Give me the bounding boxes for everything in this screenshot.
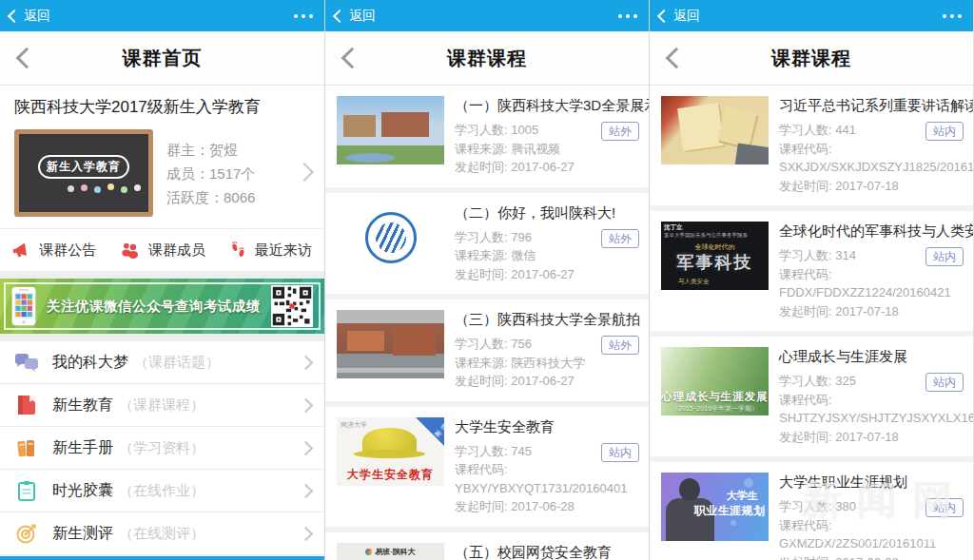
course-title: （二）你好，我叫陕科大! — [455, 204, 639, 222]
course-title: 习近平总书记系列重要讲话解读 — [779, 97, 964, 115]
back-label: 返回 — [24, 8, 50, 25]
group-activity-line: 活跃度：8066 — [166, 185, 255, 209]
status-bar: 返回 — [325, 0, 649, 31]
menu-item-topics[interactable]: 我的科大梦 （课群话题） — [0, 341, 324, 384]
group-menu: 我的科大梦 （课群话题） 新生教育 （课群课程） 新生手册 （学习资料） 时光胶… — [0, 341, 324, 560]
menu-item-homework[interactable]: 时光胶囊 （在线作业） — [0, 470, 324, 512]
recent-visitors-button[interactable]: 最近来访 — [216, 229, 324, 271]
menu-item-sublabel: （课群课程） — [119, 396, 205, 415]
course-meta-line: SHJTZYJSXY/SHJTZYJSXYXLX1606/2 — [779, 409, 964, 428]
course-title: 大学生安全教育 — [455, 418, 639, 436]
course-title: 心理成长与生涯发展 — [779, 348, 964, 366]
group-actions: 课群公告 课群成员 最近来访 — [0, 229, 324, 271]
page-title: 课群课程 — [447, 46, 527, 71]
title-bar: 课群首页 — [0, 31, 324, 86]
nav-back-icon[interactable] — [16, 48, 38, 69]
clipboard-icon — [14, 479, 39, 502]
group-members-line: 成员：1517个 — [166, 162, 255, 185]
bottom-blue-strip — [0, 556, 324, 560]
course-row[interactable]: （三）陕西科技大学全景航拍 学习人数: 756 课程来源: 陕西科技大学 发起时… — [325, 299, 649, 401]
back-button[interactable]: 返回 — [335, 8, 376, 25]
group-card[interactable]: 新生入学教育 群主：贺煜 成员：1517个 活跃度：8066 — [0, 124, 324, 228]
course-title: 全球化时代的军事科技与人类安全 — [779, 222, 964, 241]
menu-item-label: 新生教育 — [52, 396, 113, 415]
course-thumbnail: 心理成长与生涯发展 （2015~2016学年第一学期） — [661, 347, 769, 415]
course-row[interactable]: 习近平总书记系列重要讲话解读 学习人数: 441 课程代码: SXKJDX/SX… — [650, 86, 973, 205]
course-badge: 站内 — [601, 443, 639, 462]
course-title: （五）校园网贷安全教育 — [455, 544, 639, 560]
wechat-promo-banner[interactable]: 关注优课微信公众号查询考试成绩 — [0, 279, 324, 334]
back-chevron-icon — [657, 9, 671, 22]
back-label: 返回 — [349, 8, 376, 25]
course-meta-line: 课程代码: — [455, 460, 639, 479]
nav-back-icon[interactable] — [666, 48, 688, 69]
menu-item-label: 我的科大梦 — [52, 353, 128, 373]
target-dart-icon — [14, 522, 39, 545]
course-thumbnail: 沈丁立 复旦大学国际关系与公共事务学院系 全球化时代的 军事科技 与人类安全 — [661, 222, 769, 290]
chevron-right-icon — [295, 163, 314, 182]
course-thumbnail: 同济大学 独家 大学生安全教育 — [337, 417, 444, 486]
nav-back-icon[interactable] — [341, 48, 363, 69]
board-doodles — [81, 184, 88, 191]
back-button[interactable]: 返回 — [659, 8, 700, 25]
members-button[interactable]: 课群成员 — [108, 229, 217, 271]
page-title: 课群首页 — [123, 46, 203, 71]
course-meta-line: 发起时间: 2017-06-27 — [455, 372, 639, 391]
course-thumbnail — [337, 310, 444, 378]
course-meta-line: 发起时间: 2017-07-18 — [779, 302, 964, 321]
back-button[interactable]: 返回 — [10, 8, 50, 25]
course-row[interactable]: （二）你好，我叫陕科大! 学习人数: 796 课程来源: 微信 发起时间: 20… — [325, 193, 649, 295]
title-bar: 课群课程 — [650, 31, 973, 86]
menu-item-courses[interactable]: 新生教育 （课群课程） — [0, 384, 324, 427]
thumb-title-text: 职业生涯规划 — [694, 503, 766, 519]
panel-courses-2: 返回 课群课程 习近平总书记系列重要讲话解读 学习人数: 441 课程代码: S… — [649, 0, 973, 560]
course-meta-line: FDDX/FDDXZZ1224/20160421 — [779, 283, 964, 302]
menu-item-assessment[interactable]: 新生测评 （在线测评） — [0, 512, 324, 555]
announcements-label: 课群公告 — [39, 241, 96, 260]
phone-icon — [11, 285, 36, 327]
course-row[interactable]: 心理成长与生涯发展 （2015~2016学年第一学期） 心理成长与生涯发展 学习… — [650, 337, 973, 456]
course-title: 大学生职业生涯规划 — [779, 473, 964, 492]
app: 返回 课群首页 陕西科技大学2017级新生入学教育 新生入学教育 群主：贺煜 成… — [0, 0, 974, 560]
megaphone-icon — [11, 241, 31, 260]
course-row[interactable]: 沈丁立 复旦大学国际关系与公共事务学院系 全球化时代的 军事科技 与人类安全 全… — [650, 211, 973, 331]
thumb-caption: （2015~2016学年第一学期） — [661, 404, 769, 414]
menu-item-sublabel: （在线作业） — [119, 482, 205, 500]
course-row[interactable]: 易班·陕科大 校园网络贷款安全教育 （五）校园网贷安全教育 学习人数: 529 … — [325, 532, 649, 560]
course-row[interactable]: 同济大学 独家 大学生安全教育 大学生安全教育 学习人数: 745 课程代码: … — [325, 407, 649, 527]
thumb-caption: 与人类安全 — [678, 278, 710, 286]
course-row[interactable]: 大学生 职业生涯规划 大学生职业生涯规划 学习人数: 380 课程代码: GXM… — [650, 462, 973, 560]
course-row[interactable]: （一）陕西科技大学3D全景展示 学习人数: 1005 课程来源: 腾讯视频 发起… — [325, 86, 649, 187]
more-menu-button[interactable] — [616, 10, 639, 22]
chevron-right-icon — [299, 356, 314, 371]
handbook-icon — [14, 436, 39, 459]
menu-item-handbook[interactable]: 新生手册 （学习资料） — [0, 427, 324, 470]
menu-item-label: 时光胶囊 — [52, 481, 113, 501]
chevron-right-icon — [299, 527, 314, 542]
chevron-right-icon — [299, 398, 314, 414]
menu-item-label: 新生手册 — [52, 438, 113, 458]
course-meta-line: 课程代码: — [779, 265, 964, 284]
more-menu-button[interactable] — [292, 10, 315, 22]
course-meta-line: 课程来源: 微信 — [455, 246, 639, 265]
banner-text: 关注优课微信公众号查询考试成绩 — [44, 298, 263, 316]
menu-item-label: 新生测评 — [52, 524, 113, 544]
thumb-title-text: 大学生安全教育 — [337, 467, 444, 483]
course-meta-line: 发起时间: 2017-06-27 — [455, 265, 639, 284]
thumb-title-text: 军事科技 — [661, 251, 769, 274]
status-bar: 返回 — [0, 0, 324, 31]
group-info: 群主：贺煜 成员：1517个 活跃度：8066 — [166, 138, 255, 209]
more-menu-button[interactable] — [941, 10, 964, 22]
course-badge: 站外 — [601, 122, 639, 141]
course-thumbnail: 易班·陕科大 校园网络贷款安全教育 — [337, 543, 444, 560]
footprints-icon — [229, 241, 247, 260]
menu-item-sublabel: （课群话题） — [134, 354, 220, 372]
course-meta-line: 课程代码: — [779, 391, 964, 410]
announcements-button[interactable]: 课群公告 — [0, 229, 108, 271]
page-title: 课群课程 — [771, 46, 851, 71]
course-badge: 站内 — [925, 373, 964, 392]
course-meta-line: 发起时间: 2017-06-28 — [455, 497, 639, 516]
qr-code-icon — [271, 285, 313, 327]
course-title: （三）陕西科技大学全景航拍 — [455, 311, 639, 329]
course-meta-line: 发起时间: 2017-07-18 — [779, 177, 964, 196]
